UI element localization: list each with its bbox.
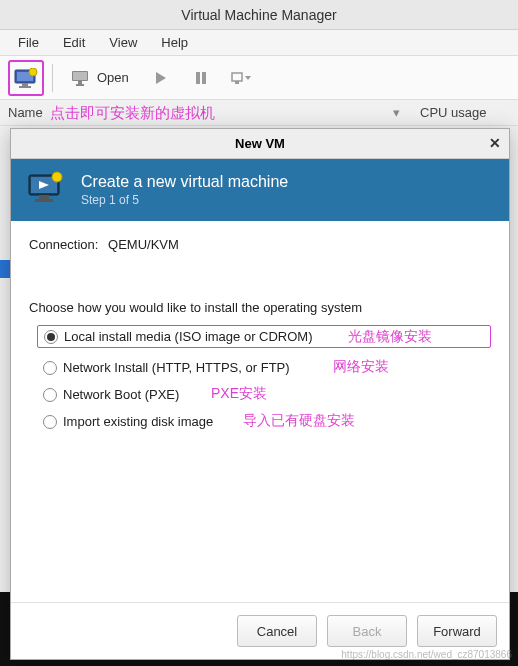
svg-rect-8 bbox=[76, 84, 84, 86]
forward-button[interactable]: Forward bbox=[417, 615, 497, 647]
new-vm-dialog: New VM ✕ Create a new virtual machine St… bbox=[10, 128, 510, 660]
svg-rect-6 bbox=[73, 72, 87, 80]
svg-rect-19 bbox=[35, 199, 53, 202]
watermark: https://blog.csdn.net/wed_cz87013866 bbox=[341, 649, 512, 660]
menu-file[interactable]: File bbox=[6, 32, 51, 53]
dialog-close-button[interactable]: ✕ bbox=[489, 135, 501, 151]
radio-network-install[interactable]: Network Install (HTTP, HTTPS, or FTP) 网络… bbox=[43, 360, 491, 375]
dialog-header: Create a new virtual machine Step 1 of 5 bbox=[11, 159, 509, 221]
radio-import-disk[interactable]: Import existing disk image 导入已有硬盘安装 bbox=[43, 414, 491, 429]
radio-icon bbox=[43, 415, 57, 429]
toolbar: Open bbox=[0, 56, 518, 100]
annotation-opt2: 网络安装 bbox=[333, 358, 389, 376]
menubar: File Edit View Help bbox=[0, 30, 518, 56]
monitor-new-icon bbox=[13, 68, 39, 88]
vm-wizard-icon bbox=[25, 169, 67, 211]
window-titlebar: Virtual Machine Manager bbox=[0, 0, 518, 30]
back-button[interactable]: Back bbox=[327, 615, 407, 647]
radio-icon bbox=[44, 330, 58, 344]
sort-indicator-icon: ▾ bbox=[393, 105, 400, 120]
shutdown-button[interactable] bbox=[223, 60, 259, 96]
play-icon bbox=[154, 71, 168, 85]
choose-install-label: Choose how you would like to install the… bbox=[29, 300, 491, 315]
pause-icon bbox=[194, 71, 208, 85]
radio-network-boot-label: Network Boot (PXE) bbox=[63, 387, 179, 402]
radio-icon bbox=[43, 361, 57, 375]
svg-rect-12 bbox=[232, 73, 242, 81]
pause-button[interactable] bbox=[183, 60, 219, 96]
play-button[interactable] bbox=[143, 60, 179, 96]
svg-rect-3 bbox=[19, 86, 31, 88]
dialog-step-label: Step 1 of 5 bbox=[81, 193, 288, 207]
radio-local-install[interactable]: Local install media (ISO image or CDROM)… bbox=[37, 325, 491, 348]
svg-point-20 bbox=[52, 172, 62, 182]
svg-rect-2 bbox=[22, 83, 28, 86]
new-vm-button[interactable] bbox=[8, 60, 44, 96]
svg-rect-10 bbox=[196, 72, 200, 84]
svg-point-4 bbox=[29, 68, 37, 76]
annotation-opt3: PXE安装 bbox=[211, 385, 267, 403]
connection-label: Connection: bbox=[29, 237, 98, 252]
svg-marker-14 bbox=[245, 76, 251, 80]
annotation-opt4: 导入已有硬盘安装 bbox=[243, 412, 355, 430]
svg-rect-13 bbox=[235, 81, 239, 84]
annotation-opt1: 光盘镜像安装 bbox=[348, 328, 432, 346]
menu-edit[interactable]: Edit bbox=[51, 32, 97, 53]
svg-rect-7 bbox=[78, 81, 82, 84]
dialog-titlebar: New VM ✕ bbox=[11, 129, 509, 159]
radio-network-boot[interactable]: Network Boot (PXE) PXE安装 bbox=[43, 387, 491, 402]
svg-marker-9 bbox=[156, 72, 166, 84]
radio-local-label: Local install media (ISO image or CDROM) bbox=[64, 329, 313, 344]
dialog-body: Connection: QEMU/KVM Choose how you woul… bbox=[11, 221, 509, 602]
chevron-down-icon bbox=[244, 74, 252, 82]
cancel-button[interactable]: Cancel bbox=[237, 615, 317, 647]
connection-value: QEMU/KVM bbox=[108, 237, 179, 252]
annotation-new-vm: 点击即可安装新的虚拟机 bbox=[50, 104, 215, 123]
svg-rect-11 bbox=[202, 72, 206, 84]
open-label: Open bbox=[97, 70, 129, 85]
monitor-icon bbox=[71, 70, 91, 86]
dialog-header-title: Create a new virtual machine bbox=[81, 173, 288, 191]
radio-import-label: Import existing disk image bbox=[63, 414, 213, 429]
radio-icon bbox=[43, 388, 57, 402]
svg-rect-18 bbox=[39, 195, 49, 199]
open-button[interactable]: Open bbox=[61, 60, 139, 96]
toolbar-separator bbox=[52, 64, 53, 92]
column-cpu[interactable]: CPU usage bbox=[420, 105, 510, 120]
radio-network-install-label: Network Install (HTTP, HTTPS, or FTP) bbox=[63, 360, 290, 375]
menu-help[interactable]: Help bbox=[149, 32, 200, 53]
window-title: Virtual Machine Manager bbox=[181, 7, 336, 23]
menu-view[interactable]: View bbox=[97, 32, 149, 53]
dialog-title: New VM bbox=[235, 136, 285, 151]
